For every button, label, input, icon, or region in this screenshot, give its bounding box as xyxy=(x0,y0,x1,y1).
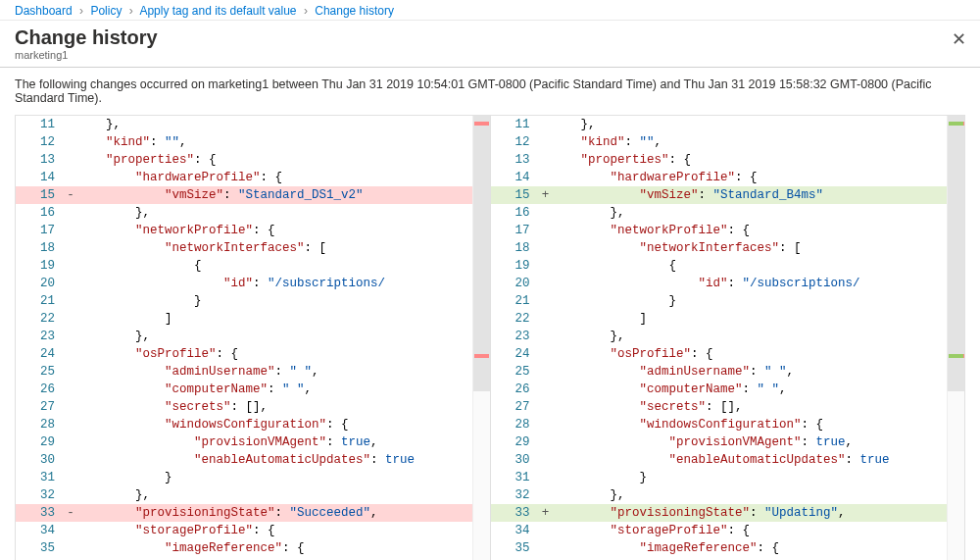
code-content: "provisionVMAgent": true, xyxy=(552,433,965,451)
code-line: 33+ "provisioningState": "Updating", xyxy=(491,504,965,522)
page-title: Change history xyxy=(15,26,965,49)
line-number: 15 xyxy=(16,186,65,204)
diff-pane-left[interactable]: 11 },12 "kind": "",13 "properties": {14 … xyxy=(16,116,491,560)
code-line: 19 { xyxy=(491,257,965,275)
line-number: 16 xyxy=(16,204,65,222)
code-content: }, xyxy=(76,486,490,504)
code-content: "windowsConfiguration": { xyxy=(552,416,965,433)
diff-pane-right[interactable]: 11 },12 "kind": "",13 "properties": {14 … xyxy=(491,116,965,560)
minimap-marker xyxy=(963,122,964,126)
minimap-marker xyxy=(949,122,963,126)
diff-viewer: 11 },12 "kind": "",13 "properties": {14 … xyxy=(15,115,965,560)
code-line: 15- "vmSize": "Standard_DS1_v2" xyxy=(16,186,490,204)
line-number: 21 xyxy=(491,292,540,310)
code-line: 28 "windowsConfiguration": { xyxy=(16,416,490,433)
line-number: 28 xyxy=(491,416,540,433)
breadcrumb-current: Change history xyxy=(315,4,394,18)
close-icon[interactable]: ✕ xyxy=(952,28,966,50)
code-line: 12 "kind": "", xyxy=(491,133,965,151)
code-content: "properties": { xyxy=(552,151,965,169)
diff-marker xyxy=(540,345,552,363)
line-number: 23 xyxy=(491,328,540,345)
code-line: 27 "secrets": [], xyxy=(16,398,490,416)
diff-marker xyxy=(65,133,76,151)
diff-marker: - xyxy=(65,504,76,522)
code-line: 16 }, xyxy=(491,204,965,222)
line-number: 21 xyxy=(16,292,65,310)
diff-marker xyxy=(540,398,552,416)
code-content: } xyxy=(552,292,965,310)
code-line: 11 }, xyxy=(491,116,965,133)
diff-marker xyxy=(540,151,552,169)
line-number: 35 xyxy=(16,539,65,557)
code-content: "imageReference": { xyxy=(76,539,490,557)
minimap-viewport[interactable] xyxy=(948,116,964,391)
breadcrumb-apply-tag[interactable]: Apply tag and its default value xyxy=(139,4,296,18)
diff-marker xyxy=(65,469,76,486)
code-content: "computerName": " ", xyxy=(76,381,490,398)
code-content: "kind": "", xyxy=(552,133,965,151)
line-number: 30 xyxy=(16,451,65,469)
line-number: 22 xyxy=(16,310,65,328)
code-line: 12 "kind": "", xyxy=(16,133,490,151)
breadcrumb-policy[interactable]: Policy xyxy=(90,4,122,18)
code-line: 21 } xyxy=(491,292,965,310)
code-line: 23 }, xyxy=(16,328,490,345)
diff-marker xyxy=(540,539,552,557)
minimap-marker xyxy=(474,122,489,126)
code-content: "storageProfile": { xyxy=(552,522,965,539)
diff-marker xyxy=(540,292,552,310)
breadcrumb-sep: › xyxy=(129,4,133,18)
code-line: 13 "properties": { xyxy=(16,151,490,169)
diff-marker xyxy=(540,451,552,469)
diff-marker xyxy=(540,204,552,222)
code-content: "adminUsername": " ", xyxy=(552,363,965,381)
diff-marker xyxy=(540,328,552,345)
diff-marker xyxy=(65,239,76,257)
code-line: 11 }, xyxy=(16,116,490,133)
code-content: }, xyxy=(76,328,490,345)
code-line: 32 }, xyxy=(16,486,490,504)
line-number: 16 xyxy=(491,204,540,222)
code-content: }, xyxy=(76,116,490,133)
line-number: 26 xyxy=(491,381,540,398)
diff-marker xyxy=(65,169,76,186)
minimap-left[interactable] xyxy=(472,116,490,560)
line-number: 25 xyxy=(491,363,540,381)
line-number: 28 xyxy=(16,416,65,433)
diff-marker xyxy=(540,363,552,381)
code-line: 14 "hardwareProfile": { xyxy=(491,169,965,186)
code-line: 34 "storageProfile": { xyxy=(491,522,965,539)
code-line: 26 "computerName": " ", xyxy=(491,381,965,398)
line-number: 19 xyxy=(491,257,540,275)
line-number: 15 xyxy=(491,186,540,204)
minimap-viewport[interactable] xyxy=(473,116,490,391)
code-content: "imageReference": { xyxy=(552,539,965,557)
diff-marker xyxy=(540,169,552,186)
code-content: }, xyxy=(552,204,965,222)
code-content: ] xyxy=(76,310,490,328)
line-number: 31 xyxy=(491,469,540,486)
breadcrumb-sep: › xyxy=(304,4,308,18)
line-number: 12 xyxy=(491,133,540,151)
breadcrumb: Dashboard › Policy › Apply tag and its d… xyxy=(0,0,980,21)
code-line: 18 "networkInterfaces": [ xyxy=(491,239,965,257)
code-line: 20 "id": "/subscriptions/ xyxy=(491,275,965,292)
code-content: "networkInterfaces": [ xyxy=(76,239,490,257)
line-number: 25 xyxy=(16,363,65,381)
breadcrumb-dashboard[interactable]: Dashboard xyxy=(15,4,73,18)
minimap-right[interactable] xyxy=(947,116,964,560)
code-content: "storageProfile": { xyxy=(76,522,490,539)
diff-marker xyxy=(65,204,76,222)
code-line: 24 "osProfile": { xyxy=(16,345,490,363)
code-line: 25 "adminUsername": " ", xyxy=(16,363,490,381)
line-number: 11 xyxy=(16,116,65,133)
code-content: "enableAutomaticUpdates": true xyxy=(76,451,490,469)
diff-marker xyxy=(65,522,76,539)
code-content: "hardwareProfile": { xyxy=(552,169,965,186)
code-line: 24 "osProfile": { xyxy=(491,345,965,363)
diff-marker xyxy=(540,522,552,539)
code-content: } xyxy=(76,292,490,310)
diff-marker xyxy=(65,398,76,416)
line-number: 29 xyxy=(16,433,65,451)
